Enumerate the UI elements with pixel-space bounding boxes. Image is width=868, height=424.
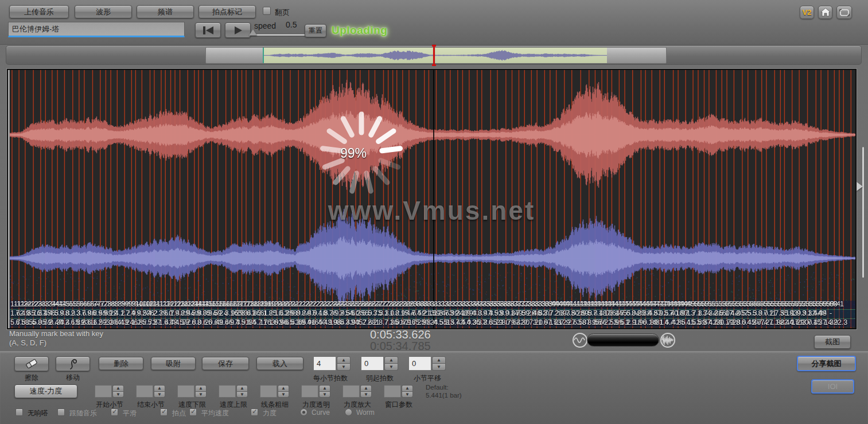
row2-spinner-6[interactable] [342, 385, 360, 398]
default-label: Default: [426, 383, 462, 391]
no-click-checkbox[interactable]: ✓ [15, 409, 23, 416]
hint-line-2: (A, S, D, F) [9, 339, 103, 348]
beats-per-bar-label: 每小节拍数 [308, 374, 353, 383]
overview-waveform-canvas [264, 48, 607, 63]
beats-per-bar-spinner[interactable]: 4 [313, 356, 336, 371]
vertical-zoom-slider[interactable] [862, 147, 864, 278]
beat-points-label: 拍点 [172, 409, 186, 418]
hint-text: Manually mark beat with key (A, S, D, F) [9, 329, 103, 348]
loading-spinner: 99% [316, 107, 407, 199]
v2-badge: V2 [803, 8, 812, 17]
row2-spinner-7[interactable] [384, 385, 401, 398]
no-click-label: 无响嗒 [28, 409, 48, 418]
ioi-button[interactable]: IOI [811, 379, 854, 394]
follow-music-label: 跟随音乐 [69, 409, 97, 418]
beat-number-row-2: 1.672.94.653.167.572.41564.35.89.88.92.3… [10, 309, 851, 318]
beat-number-row-1: 1-11-21-31-42-12-22-32-43-13-23-33-44-14… [10, 300, 851, 309]
speed-slider-thumb[interactable] [249, 29, 257, 36]
bottom-toolbar: 擦除 移动 删除 吸附 保存 载入 4 ▲▼ 每小节拍数 0 ▲▼ 弱起拍数 0… [0, 351, 868, 424]
row2-spinner-5-arrows[interactable]: ▲▼ [319, 385, 330, 398]
page-flip-label: 翻页 [275, 7, 290, 18]
overview-selection[interactable] [263, 48, 607, 63]
page-flip-checkbox[interactable] [263, 7, 271, 15]
row2-spinner-1-arrows[interactable]: ▲▼ [154, 385, 165, 398]
snap-button[interactable]: 吸附 [151, 357, 196, 370]
curve-radio[interactable] [300, 409, 308, 416]
beat-mark-button[interactable]: 拍点标记 [198, 5, 256, 18]
tempo-dynamics-button[interactable]: 速度-力度 [14, 384, 77, 398]
delete-button[interactable]: 删除 [99, 357, 143, 370]
dynamics-checkbox[interactable]: ✓ [251, 409, 258, 416]
watermark: www.Vmus.net [8, 195, 855, 226]
beat-points-checkbox[interactable]: ✓ [160, 409, 168, 416]
smooth-checkbox[interactable]: ✓ [111, 409, 118, 416]
beats-per-bar-arrows[interactable]: ▲▼ [337, 356, 351, 371]
rewind-icon [202, 26, 215, 35]
row2-spinner-3[interactable] [219, 385, 236, 398]
row2-spinner-3-arrows[interactable]: ▲▼ [236, 385, 248, 398]
average-speed-label: 平均速度 [201, 409, 229, 418]
beat-number-row-3: 5.776.3158.4.555.058.597.02.45.334.42.15… [10, 318, 851, 327]
main-waveform-panel: www.Vmus.net 99% 1-11-21-31-42-12-22-32-… [8, 70, 855, 328]
row2-spinner-0[interactable] [95, 385, 112, 398]
row2-spinner-1[interactable] [136, 385, 153, 398]
eraser-button[interactable] [14, 356, 49, 371]
fullscreen-button[interactable] [836, 6, 852, 19]
default-info: Default: 5.441(1 bar) [426, 383, 462, 399]
follow-music-checkbox[interactable]: ✓ [57, 409, 65, 416]
zoom-out-wave-icon[interactable] [572, 332, 588, 348]
average-speed-checkbox[interactable]: ✓ [189, 409, 197, 416]
screenshot-button[interactable]: 截图 [814, 335, 851, 349]
reset-button[interactable]: 重置 [305, 24, 326, 37]
move-icon [67, 357, 79, 370]
move-label: 移动 [56, 373, 90, 383]
bar-shift-label: 小节平移 [404, 374, 450, 383]
dynamics-label: 力度 [263, 409, 277, 418]
row2-spinner-4-arrows[interactable]: ▲▼ [278, 385, 289, 398]
curve-label: Curve [312, 409, 330, 417]
hint-line-1: Manually mark beat with key [9, 329, 103, 339]
vertical-zoom-handle[interactable] [857, 182, 863, 191]
row2-spinner-7-label: 窗口参数 [378, 400, 419, 410]
load-button[interactable]: 载入 [256, 357, 303, 370]
speed-label: speed [254, 21, 276, 30]
bar-shift-spinner[interactable]: 0 [408, 356, 431, 371]
save-button[interactable]: 保存 [202, 357, 249, 370]
v2-version-button[interactable]: V2 [800, 6, 814, 19]
speed-value: 0.5 [286, 20, 297, 29]
pickup-beats-spinner[interactable]: 0 [361, 356, 384, 371]
pickup-beats-label: 弱起拍数 [357, 374, 403, 383]
zoom-in-wave-icon[interactable] [660, 332, 676, 348]
row2-spinner-2-arrows[interactable]: ▲▼ [195, 385, 207, 398]
speed-slider[interactable] [251, 34, 307, 36]
smooth-label: 平滑 [123, 409, 137, 418]
app-window: 上传音乐 波形 频谱 拍点标记 翻页 speed 0.5 重置 Uploadin… [0, 0, 868, 424]
home-button[interactable] [818, 6, 832, 19]
spectrum-tab-button[interactable]: 频谱 [137, 5, 194, 18]
bar-shift-arrows[interactable]: ▲▼ [432, 356, 446, 371]
worm-radio[interactable] [345, 409, 352, 416]
overview-playhead-cursor[interactable] [433, 45, 435, 66]
worm-label: Worm [356, 409, 375, 417]
move-button[interactable] [56, 356, 90, 371]
upload-music-button[interactable]: 上传音乐 [9, 5, 69, 18]
track-name-input[interactable] [8, 22, 185, 37]
eraser-icon [24, 358, 39, 369]
pickup-beats-arrows[interactable]: ▲▼ [384, 356, 398, 371]
rewind-button[interactable] [195, 22, 221, 38]
default-value: 5.441(1 bar) [426, 391, 462, 399]
row2-spinner-0-arrows[interactable]: ▲▼ [112, 385, 124, 398]
row2-spinner-2[interactable] [177, 385, 194, 398]
row2-spinner-7-arrows[interactable]: ▲▼ [402, 385, 413, 398]
top-toolbar: 上传音乐 波形 频谱 拍点标记 翻页 speed 0.5 重置 Uploadin… [0, 0, 868, 45]
uploading-status: Uploading [332, 24, 387, 37]
row2-spinner-6-arrows[interactable]: ▲▼ [360, 385, 372, 398]
waveform-tab-button[interactable]: 波形 [75, 5, 132, 18]
row2-spinner-5[interactable] [301, 385, 318, 398]
row2-spinner-4[interactable] [260, 385, 277, 398]
play-icon [233, 26, 243, 35]
play-button[interactable] [225, 22, 251, 38]
share-screenshot-button[interactable]: 分享截图 [797, 356, 856, 371]
erase-label: 擦除 [14, 373, 49, 383]
zoom-slider[interactable] [587, 333, 659, 347]
